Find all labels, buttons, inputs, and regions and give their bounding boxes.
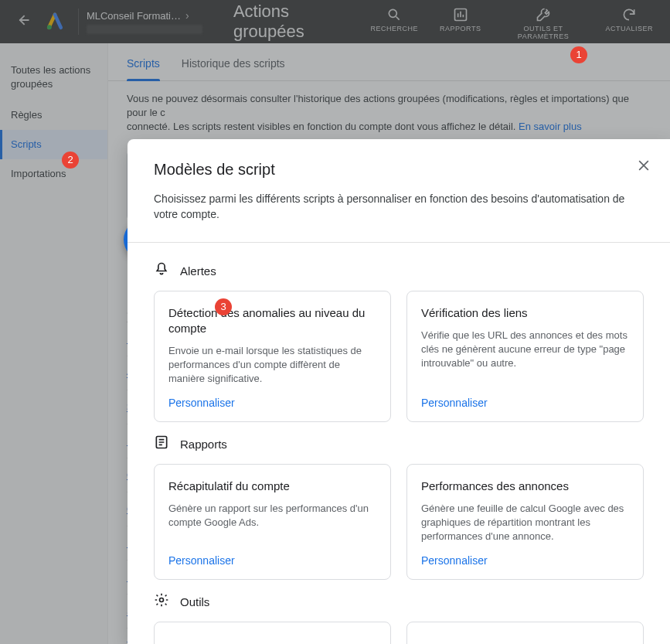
svg-point-4 [160,598,164,602]
template-card-tool-partial [154,622,391,644]
card-title: Détection des anomalies au niveau du com… [168,305,376,336]
script-templates-modal: Modèles de script Choisissez parmi les d… [128,139,670,644]
modal-header: Modèles de script Choisissez parmi les d… [128,139,670,228]
customize-button[interactable]: Personnaliser [421,397,629,409]
section-reports-header: Rapports [154,434,644,453]
template-card-tool-partial [406,622,644,644]
bell-icon [154,261,169,280]
annotation-badge-1: 1 [570,46,587,63]
card-desc: Envoie un e-mail lorsque les statistique… [168,344,376,386]
modal-title: Modèles de script [154,161,644,179]
template-card-ad-performance: Performances des annonces Génère une feu… [406,464,644,580]
article-icon [154,434,169,453]
template-card-account-summary: Récapitulatif du compte Génère un rappor… [154,464,391,580]
close-icon[interactable] [636,158,651,177]
card-title: Performances des annonces [421,479,629,494]
card-desc: Vérifie que les URL des annonces et des … [421,329,629,386]
annotation-badge-3: 3 [215,298,232,315]
customize-button[interactable]: Personnaliser [168,554,376,567]
section-alerts-header: Alertes [154,261,644,280]
modal-body: Alertes Détection des anomalies au nivea… [128,243,670,644]
section-tools-header: Outils [154,592,644,611]
modal-subtitle: Choisissez parmi les différents scripts … [154,191,644,222]
customize-button[interactable]: Personnaliser [421,554,629,567]
card-desc: Génère une feuille de calcul Google avec… [421,502,629,543]
card-title: Vérification des liens [421,305,629,321]
card-title: Récapitulatif du compte [168,479,376,494]
customize-button[interactable]: Personnaliser [168,397,376,409]
annotation-badge-2: 2 [62,152,79,169]
template-card-anomaly-detection: Détection des anomalies au niveau du com… [154,291,391,422]
template-card-link-checker: Vérification des liens Vérifie que les U… [406,291,644,422]
gear-icon [154,592,169,611]
card-desc: Génère un rapport sur les performances d… [168,502,376,543]
